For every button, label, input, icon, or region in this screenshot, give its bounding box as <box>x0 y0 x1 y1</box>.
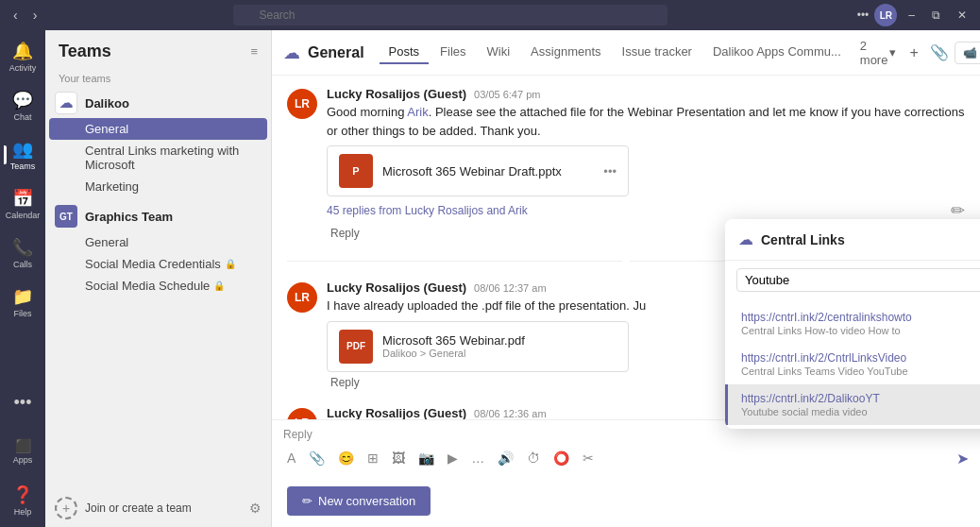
format-btn[interactable]: A <box>283 449 299 468</box>
settings-icon[interactable]: ⚙ <box>249 501 262 516</box>
camera-btn[interactable]: 📷 <box>414 449 438 468</box>
sidebar-menu-icon[interactable]: ≡ <box>250 44 258 59</box>
popup-item-2[interactable]: https://cntrI.ink/2/CntrlLinksVideo Cent… <box>725 344 980 384</box>
video-btn[interactable]: ▶ <box>444 449 462 468</box>
sidebar-item-teams[interactable]: 👥 Teams <box>4 132 42 178</box>
attachment-icon[interactable]: 📎 <box>930 43 949 61</box>
sidebar-item-help[interactable]: ❓ Help <box>4 478 42 523</box>
channel-general-graphics[interactable]: General <box>45 231 271 253</box>
apps-label: Apps <box>13 455 33 465</box>
popup-header: ☁ Central Links <box>725 219 980 261</box>
tab-issue-tracker[interactable]: Issue tracker <box>613 41 701 64</box>
popup-item-1[interactable]: https://cntrI.ink/2/centralinkshowto Cen… <box>725 303 980 344</box>
circle-btn[interactable]: ⭕ <box>549 449 573 468</box>
attachment-pptx[interactable]: P Microsoft 365 Webinar Draft.pptx ••• <box>327 145 629 196</box>
channel-marketing[interactable]: Marketing <box>45 176 271 197</box>
attachment-more-1[interactable]: ••• <box>603 164 617 178</box>
audio-btn[interactable]: 🔊 <box>494 449 517 468</box>
more-compose-btn[interactable]: … <box>467 449 488 468</box>
new-conversation-button[interactable]: ✏ New conversation <box>287 486 431 516</box>
meet-button[interactable]: 📹 Meet ▾ <box>955 42 980 64</box>
team-dalikoo-header[interactable]: ☁ Dalikoo ••• <box>45 88 271 118</box>
channel-name: General <box>85 235 128 249</box>
pdf-icon: PDF <box>339 330 373 364</box>
arik-link-1[interactable]: Arik <box>407 105 428 119</box>
forward-button[interactable]: › <box>27 6 43 25</box>
channel-central-links[interactable]: Central Links marketing with Microsoft <box>45 140 271 176</box>
pdf-source: Dalikoo > General <box>382 348 525 359</box>
sidebar-item-calendar[interactable]: 📅 Calendar <box>4 181 42 227</box>
channel-header: ☁ General Posts Files Wiki Assignments I… <box>272 30 980 76</box>
popup-desc-3: Youtube social media video <box>741 406 980 417</box>
add-tab-button[interactable]: + <box>905 41 921 65</box>
sidebar-item-files[interactable]: 📁 Files <box>4 280 42 325</box>
tab-wiki[interactable]: Wiki <box>478 41 520 64</box>
help-icon: ❓ <box>12 484 33 505</box>
popup-search-input[interactable] <box>745 273 980 287</box>
compose-label: Reply <box>283 428 969 441</box>
channel-social-media-schedule[interactable]: Social Media Schedule 🔒 <box>45 275 271 297</box>
channel-general-dalikoo[interactable]: General <box>49 118 267 140</box>
avatar-lr-3: LR <box>287 408 317 420</box>
emoji-btn[interactable]: 😊 <box>334 449 358 468</box>
left-rail: 🔔 Activity 💬 Chat 👥 Teams 📅 Calendar 📞 C… <box>0 30 45 527</box>
sidebar-item-more[interactable]: ••• <box>4 380 42 425</box>
popup-cloud-icon: ☁ <box>738 230 753 248</box>
app-body: 🔔 Activity 💬 Chat 👥 Teams 📅 Calendar 📞 C… <box>0 30 980 527</box>
attach-btn[interactable]: 📎 <box>305 449 329 468</box>
close-button[interactable]: ✕ <box>952 7 972 24</box>
sidebar-item-chat[interactable]: 💬 Chat <box>4 83 42 128</box>
dots-menu[interactable]: ••• <box>857 8 870 22</box>
graphics-name: Graphics Team <box>85 210 240 224</box>
cut-btn[interactable]: ✂ <box>579 449 598 468</box>
dalikoo-channels: General Central Links marketing with Mic… <box>45 118 271 197</box>
tab-dalikoo-apps[interactable]: Dalikoo Apps Commu... <box>703 41 851 64</box>
tab-files[interactable]: Files <box>431 41 475 64</box>
channel-social-media-credentials[interactable]: Social Media Credentials 🔒 <box>45 253 271 275</box>
teams-icon: 👥 <box>12 139 33 160</box>
channel-name: Social Media Credentials <box>85 257 221 271</box>
message-author-2: Lucky Rosalijos (Guest) <box>327 280 466 295</box>
files-icon: 📁 <box>12 286 33 307</box>
sidebar-item-calls[interactable]: 📞 Calls <box>4 230 42 276</box>
tab-more[interactable]: 2 more ▾ <box>853 35 904 71</box>
apps-icon: ⬛ <box>15 438 31 453</box>
reply-button-1[interactable]: Reply <box>327 225 363 242</box>
video-icon: 📹 <box>963 46 977 60</box>
avatar-lr-2: LR <box>287 282 317 313</box>
graphics-icon: GT <box>55 205 77 228</box>
attachment-pdf[interactable]: PDF Microsoft 365 Webinar.pdf Dalikoo > … <box>327 321 629 372</box>
sidebar-item-apps[interactable]: ⬛ Apps <box>4 429 42 474</box>
help-label: Help <box>14 507 32 517</box>
image-btn[interactable]: 🖼 <box>388 449 409 468</box>
titlebar-nav: ‹ › <box>8 6 42 25</box>
channel-name-header: General <box>308 44 364 61</box>
tab-assignments[interactable]: Assignments <box>521 41 610 64</box>
avatar[interactable]: LR <box>874 4 897 26</box>
replies-count-1[interactable]: 45 replies from Lucky Rosalijos and Arik <box>327 204 528 217</box>
popup-item-3[interactable]: https://cntrI.ink/2/DalikooYT Youtube so… <box>725 384 980 425</box>
send-button[interactable]: ➤ <box>956 450 969 468</box>
message-author-1: Lucky Rosalijos (Guest) <box>327 87 466 101</box>
restore-button[interactable]: ⧉ <box>926 7 946 24</box>
activity-icon: 🔔 <box>12 41 33 61</box>
tab-posts[interactable]: Posts <box>380 41 430 64</box>
activity-label: Activity <box>9 63 37 73</box>
reply-button-2[interactable]: Reply <box>327 374 363 391</box>
join-icon: + <box>55 497 77 519</box>
back-button[interactable]: ‹ <box>8 6 24 25</box>
search-input[interactable] <box>233 5 667 26</box>
compose-actions: A 📎 😊 ⊞ 🖼 📷 ▶ … 🔊 ⏱ ⭕ ✂ ➤ <box>283 445 969 471</box>
minimize-button[interactable]: – <box>903 7 921 24</box>
header-actions: 📎 📹 Meet ▾ ℹ ••• <box>930 42 980 64</box>
new-conv-label: New conversation <box>318 494 415 508</box>
sidebar-item-activity[interactable]: 🔔 Activity <box>4 34 42 79</box>
team-graphics-header[interactable]: GT Graphics Team ••• <box>45 201 271 231</box>
clock-btn[interactable]: ⏱ <box>523 449 544 468</box>
edit-icon-1[interactable]: ✏ <box>951 200 965 221</box>
sidebar: Teams ≡ Your teams ☁ Dalikoo ••• General… <box>45 30 272 527</box>
popup-desc-2: Central Links Teams Video YouTube <box>741 366 980 377</box>
grid-btn[interactable]: ⊞ <box>363 449 382 468</box>
pdf-info: Microsoft 365 Webinar.pdf Dalikoo > Gene… <box>382 333 525 359</box>
join-team-footer[interactable]: + Join or create a team ⚙ <box>45 489 271 527</box>
